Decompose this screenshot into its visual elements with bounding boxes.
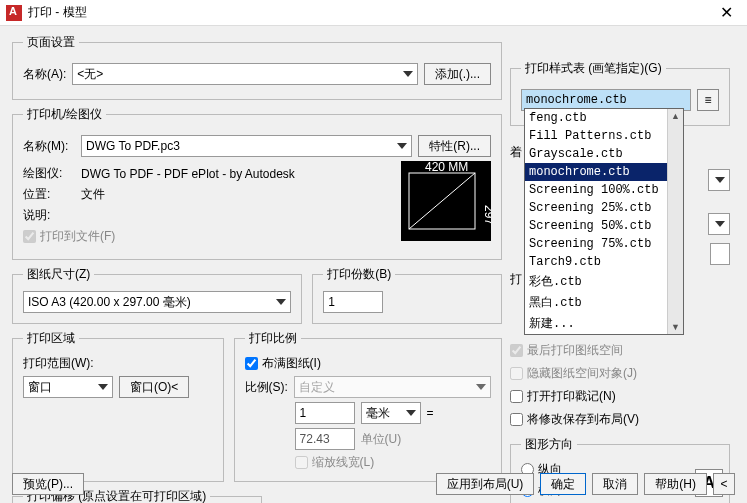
print-to-file-label: 打印到文件(F) [40, 228, 115, 245]
page-setup-legend: 页面设置 [23, 34, 79, 51]
printer-group: 打印机/绘图仪 名称(M): DWG To PDF.pc3 特性(R)... 绘… [12, 106, 502, 260]
help-button[interactable]: 帮助(H) [644, 473, 707, 495]
dd-item[interactable]: Screening 100%.ctb [525, 181, 667, 199]
paper-size-legend: 图纸尺寸(Z) [23, 266, 94, 283]
print-range-label: 打印范围(W): [23, 355, 213, 372]
scale-val2 [295, 428, 355, 450]
printer-legend: 打印机/绘图仪 [23, 106, 106, 123]
dd-item[interactable]: Tarch9.ctb [525, 253, 667, 271]
dd-item-selected[interactable]: monochrome.ctb [525, 163, 667, 181]
style-edit-icon[interactable]: ≡ [697, 89, 719, 111]
equals-label: = [427, 406, 434, 420]
print-area-legend: 打印区域 [23, 330, 79, 347]
fit-paper-label: 布满图纸(I) [262, 355, 321, 372]
location-label: 位置: [23, 186, 75, 203]
svg-text:420 MM: 420 MM [425, 161, 468, 174]
page-setup-group: 页面设置 名称(A): <无> 添加(.)... [12, 34, 502, 100]
shaded-select1[interactable] [708, 169, 730, 191]
style-table-dropdown[interactable]: feng.ctb Fill Patterns.ctb Grayscale.ctb… [524, 108, 684, 335]
scale-select: 自定义 [294, 376, 491, 398]
print-area-group: 打印区域 打印范围(W): 窗口 窗口(O)< [12, 330, 224, 482]
ok-button[interactable]: 确定 [540, 473, 586, 495]
printer-name-select[interactable]: DWG To PDF.pc3 [81, 135, 412, 157]
save-layout-label: 将修改保存到布局(V) [527, 411, 639, 428]
print-range-select[interactable]: 窗口 [23, 376, 113, 398]
plot-stamp-label: 打开打印戳记(N) [527, 388, 616, 405]
paper-size-select[interactable]: ISO A3 (420.00 x 297.00 毫米) [23, 291, 291, 313]
close-icon[interactable]: ✕ [712, 3, 741, 22]
plotter-label: 绘图仪: [23, 165, 75, 182]
shaded-select2[interactable] [708, 213, 730, 235]
last-paperspace-label: 最后打印图纸空间 [527, 342, 623, 359]
scale-group: 打印比例 布满图纸(I) 比例(S):自定义 毫米= 单位(U) 缩放线宽(L) [234, 330, 502, 482]
hide-paperspace-check [510, 367, 523, 380]
scale-ratio-label: 比例(S): [245, 379, 288, 396]
cancel-button[interactable]: 取消 [592, 473, 638, 495]
desc-label: 说明: [23, 207, 75, 224]
app-logo-icon [6, 5, 22, 21]
dd-item[interactable]: feng.ctb [525, 109, 667, 127]
paper-size-group: 图纸尺寸(Z) ISO A3 (420.00 x 297.00 毫米) [12, 266, 302, 324]
properties-button[interactable]: 特性(R)... [418, 135, 491, 157]
lineweight-label: 缩放线宽(L) [312, 454, 375, 471]
title-bar: 打印 - 模型 ✕ [0, 0, 747, 26]
style-table-legend: 打印样式表 (画笔指定)(G) [521, 60, 666, 77]
window-button[interactable]: 窗口(O)< [119, 376, 189, 398]
copies-legend: 打印份数(B) [323, 266, 395, 283]
dd-item[interactable]: 新建... [525, 313, 667, 334]
location-value: 文件 [81, 186, 105, 203]
print-to-file-check [23, 230, 36, 243]
scale-legend: 打印比例 [245, 330, 301, 347]
printer-name-label: 名称(M): [23, 138, 75, 155]
last-paperspace-check [510, 344, 523, 357]
dd-item[interactable]: 彩色.ctb [525, 271, 667, 292]
fit-paper-check[interactable] [245, 357, 258, 370]
copies-input[interactable] [323, 291, 383, 313]
dd-item[interactable]: Grayscale.ctb [525, 145, 667, 163]
paper-preview: 420 MM 297 [401, 161, 491, 241]
orientation-legend: 图形方向 [521, 436, 577, 453]
add-button[interactable]: 添加(.)... [424, 63, 491, 85]
dd-item[interactable]: Screening 25%.ctb [525, 199, 667, 217]
pagesetup-name-select[interactable]: <无> [72, 63, 417, 85]
dd-item[interactable]: Screening 50%.ctb [525, 217, 667, 235]
svg-line-1 [409, 173, 475, 229]
dd-item[interactable]: Screening 75%.ctb [525, 235, 667, 253]
hide-paperspace-label: 隐藏图纸空间对象(J) [527, 365, 637, 382]
apply-layout-button[interactable]: 应用到布局(U) [436, 473, 535, 495]
plot-stamp-check[interactable] [510, 390, 523, 403]
copies-group: 打印份数(B) [312, 266, 502, 324]
svg-text:297: 297 [482, 205, 491, 225]
expand-icon[interactable]: < [713, 473, 735, 495]
dropdown-scrollbar[interactable] [667, 109, 683, 334]
scale-val1[interactable] [295, 402, 355, 424]
dd-item[interactable]: Fill Patterns.ctb [525, 127, 667, 145]
preview-button[interactable]: 预览(P)... [12, 473, 84, 495]
pagesetup-name-label: 名称(A): [23, 66, 66, 83]
plotter-value: DWG To PDF - PDF ePlot - by Autodesk [81, 167, 295, 181]
scale-unit1[interactable]: 毫米 [361, 402, 421, 424]
lineweight-check [295, 456, 308, 469]
scale-unit2: 单位(U) [361, 431, 402, 448]
shaded-input[interactable] [710, 243, 730, 265]
dd-item[interactable]: 黑白.ctb [525, 292, 667, 313]
window-title: 打印 - 模型 [28, 4, 712, 21]
save-layout-check[interactable] [510, 413, 523, 426]
